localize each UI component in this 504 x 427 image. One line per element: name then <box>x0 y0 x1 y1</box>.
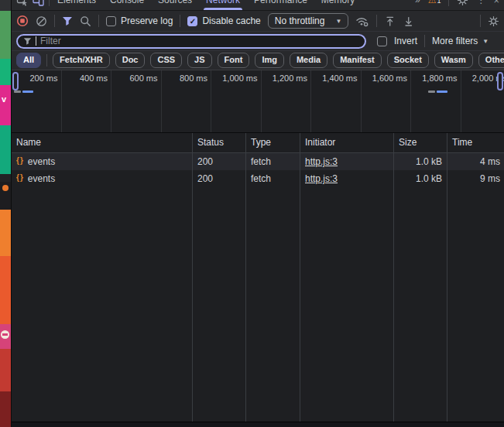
device-toolbar-icon[interactable] <box>33 0 44 6</box>
devtools-tab-bar: Elements Console Sources Network Perform… <box>12 0 504 10</box>
divider <box>46 54 47 67</box>
throttling-value: No throttling <box>275 15 325 26</box>
request-size: 1.0 kB <box>394 153 447 170</box>
invert-checkbox[interactable] <box>377 36 387 46</box>
tab-network[interactable]: Network <box>200 0 246 10</box>
search-icon[interactable] <box>80 15 91 27</box>
request-type: fetch <box>246 170 300 187</box>
request-time: 9 ms <box>447 170 504 187</box>
issues-warning-badge[interactable]: ⚠1 <box>428 0 441 5</box>
text-cursor <box>36 36 36 46</box>
kebab-menu-icon[interactable]: ⋮ <box>476 0 485 5</box>
inspect-element-icon[interactable] <box>16 0 28 6</box>
filter-chip-fetch-xhr[interactable]: Fetch/XHR <box>53 53 110 67</box>
filter-chip-manifest[interactable]: Manifest <box>333 53 382 67</box>
column-header-type[interactable]: Type <box>246 133 300 152</box>
filter-chip-js[interactable]: JS <box>187 53 211 67</box>
export-har-icon[interactable] <box>403 15 414 27</box>
table-row[interactable]: {} events 200 fetch http.js:3 1.0 kB 4 m… <box>12 153 504 170</box>
request-mark-download <box>437 91 447 93</box>
preserve-log-checkbox[interactable]: Preserve log <box>106 15 173 26</box>
settings-gear-icon[interactable] <box>457 0 468 6</box>
column-header-name[interactable]: Name <box>12 133 193 152</box>
issue-count: 1 <box>437 0 441 5</box>
filter-chip-media[interactable]: Media <box>290 53 327 67</box>
filter-chip-doc[interactable]: Doc <box>115 53 146 67</box>
table-header: Name Status Type Initiator Size Time <box>12 133 504 153</box>
network-settings-gear-icon[interactable] <box>488 15 499 27</box>
disable-cache-label: Disable cache <box>202 15 260 26</box>
network-overview-timeline[interactable]: 200 ms 400 ms 600 ms 800 ms 1,000 ms 1,2… <box>12 70 504 132</box>
tab-memory[interactable]: Memory <box>315 0 361 10</box>
column-header-size[interactable]: Size <box>394 133 447 152</box>
more-tabs-icon[interactable]: » <box>415 0 420 5</box>
request-mark-download <box>22 91 33 93</box>
initiator-link[interactable]: http.js:3 <box>305 156 338 167</box>
filter-chip-wasm[interactable]: Wasm <box>434 53 473 67</box>
column-header-status[interactable]: Status <box>193 133 246 152</box>
chevron-down-icon: ▼ <box>335 18 341 25</box>
requests-table: Name Status Type Initiator Size Time {} … <box>12 132 504 422</box>
filter-chip-other[interactable]: Other <box>478 53 504 67</box>
initiator-link[interactable]: http.js:3 <box>305 173 338 184</box>
summary-bar <box>12 422 504 427</box>
timeline-tick: 1,800 ms <box>422 73 457 83</box>
filter-chip-all[interactable]: All <box>16 53 41 67</box>
table-row[interactable]: {} events 200 fetch http.js:3 1.0 kB 9 m… <box>12 170 504 187</box>
filter-chip-img[interactable]: Img <box>255 53 284 67</box>
import-har-icon[interactable] <box>384 15 396 27</box>
request-size: 1.0 kB <box>394 170 447 187</box>
record-network-log-button[interactable] <box>16 15 29 27</box>
timeline-tick: 1,200 ms <box>273 73 307 83</box>
divider <box>180 15 180 27</box>
column-header-initiator[interactable]: Initiator <box>300 133 394 152</box>
network-conditions-icon[interactable] <box>355 15 369 27</box>
filter-chip-socket[interactable]: Socket <box>387 53 429 67</box>
filter-chip-css[interactable]: CSS <box>150 53 182 67</box>
chevron-down-icon: ▼ <box>482 38 489 45</box>
more-filters-button[interactable]: More filters ▼ <box>432 36 489 46</box>
timeline-tick: 200 ms <box>29 73 57 83</box>
divider <box>49 0 50 6</box>
tab-performance[interactable]: Performance <box>248 0 314 10</box>
overview-left-handle[interactable] <box>12 72 19 91</box>
warning-icon: ⚠ <box>428 0 437 5</box>
filter-chip-font[interactable]: Font <box>218 53 250 67</box>
more-filters-label: More filters <box>432 36 478 46</box>
network-filter-bar: Invert More filters ▼ <box>12 32 504 51</box>
tab-elements[interactable]: Elements <box>51 0 102 10</box>
tab-sources[interactable]: Sources <box>152 0 198 10</box>
request-mark-wait <box>14 91 21 93</box>
fetch-icon: {} <box>16 153 24 169</box>
request-status: 200 <box>193 170 246 187</box>
invert-label: Invert <box>394 36 417 46</box>
column-header-time[interactable]: Time <box>447 133 504 152</box>
close-devtools-icon[interactable]: × <box>493 0 499 6</box>
filter-toggle-icon[interactable] <box>62 16 73 26</box>
divider <box>376 15 377 27</box>
timeline-tick: 400 ms <box>80 73 108 83</box>
timeline-tick: 1,600 ms <box>372 73 407 83</box>
timeline-tick: 1,000 ms <box>222 73 257 83</box>
throttling-select[interactable]: No throttling ▼ <box>268 13 349 29</box>
request-type: fetch <box>246 153 300 170</box>
clear-network-log-button[interactable] <box>36 15 47 27</box>
table-empty-area <box>12 187 504 422</box>
tab-console[interactable]: Console <box>104 0 150 10</box>
request-mark-wait <box>428 91 435 93</box>
request-type-filters: All Fetch/XHR Doc CSS JS Font Img Media … <box>12 51 504 70</box>
divider <box>98 15 99 27</box>
timeline-tick: 600 ms <box>129 73 157 83</box>
overview-right-handle[interactable] <box>497 72 503 91</box>
preserve-log-label: Preserve log <box>121 15 173 26</box>
filter-input[interactable] <box>40 36 359 46</box>
timeline-tick: 1,400 ms <box>322 73 357 83</box>
divider <box>480 15 481 27</box>
page-sliver-logo <box>1 330 9 339</box>
network-toolbar: Preserve log ✓ Disable cache No throttli… <box>12 10 504 32</box>
disable-cache-checkbox[interactable]: ✓ Disable cache <box>187 15 260 26</box>
background-page-sliver: v <box>0 0 11 427</box>
checkbox-checked: ✓ <box>187 16 197 26</box>
checkbox-unchecked <box>106 16 116 26</box>
filter-input-box[interactable] <box>16 34 366 49</box>
